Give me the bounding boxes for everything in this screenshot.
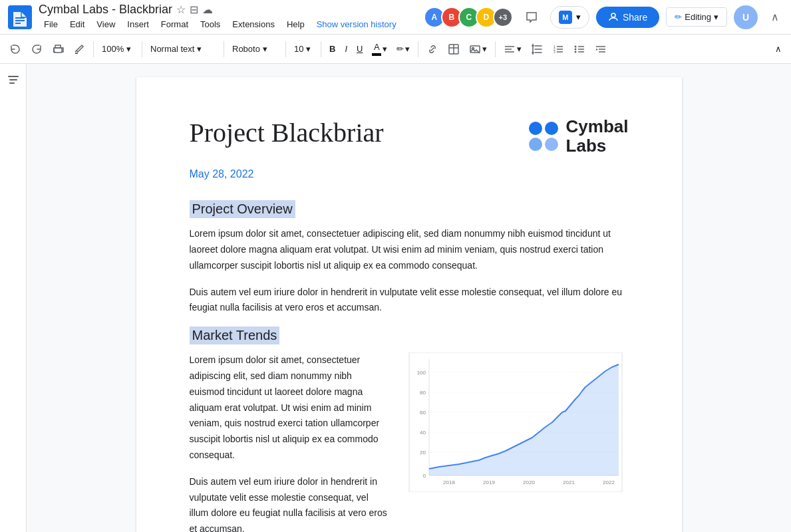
ordered-list-button[interactable]: 123 bbox=[548, 41, 568, 58]
outline-icon[interactable] bbox=[4, 70, 23, 89]
menu-format[interactable]: Format bbox=[156, 17, 194, 32]
highlight-chevron-icon: ▾ bbox=[405, 44, 410, 54]
doc-title[interactable]: Cymbal Labs - Blackbriar bbox=[39, 3, 172, 17]
indent-button[interactable] bbox=[591, 41, 611, 58]
menu-edit[interactable]: Edit bbox=[65, 17, 90, 32]
highlight-button[interactable]: ✏ ▾ bbox=[393, 41, 414, 57]
overview-paragraph-2[interactable]: Duis autem vel eum iriure dolor in hendr… bbox=[190, 285, 629, 317]
zoom-select[interactable]: 100% ▾ bbox=[98, 41, 138, 57]
font-select[interactable]: Roboto ▾ bbox=[228, 41, 281, 57]
svg-text:2018: 2018 bbox=[443, 479, 455, 485]
ordered-list-icon: 123 bbox=[552, 43, 564, 55]
italic-button[interactable]: I bbox=[341, 41, 351, 57]
document-date[interactable]: May 28, 2022 bbox=[190, 168, 629, 180]
star-icon[interactable]: ☆ bbox=[176, 3, 186, 16]
cloud-icon[interactable]: ☁ bbox=[202, 3, 213, 16]
svg-rect-29 bbox=[8, 76, 19, 77]
toolbar-collapse-button[interactable]: ∧ bbox=[771, 41, 786, 57]
insert-table-button[interactable] bbox=[444, 41, 464, 58]
version-history-link[interactable]: Show version history bbox=[317, 19, 396, 29]
svg-rect-5 bbox=[75, 53, 78, 54]
font-size-select[interactable]: 10 ▾ bbox=[290, 41, 317, 57]
avatar-overflow[interactable]: +3 bbox=[493, 7, 513, 27]
user-profile-avatar[interactable]: U bbox=[734, 5, 758, 29]
app-icon[interactable] bbox=[8, 5, 32, 29]
svg-text:100: 100 bbox=[416, 370, 426, 376]
divider-4 bbox=[285, 41, 286, 57]
bold-button[interactable]: B bbox=[325, 41, 339, 57]
svg-rect-31 bbox=[9, 82, 15, 84]
menu-insert[interactable]: Insert bbox=[122, 17, 154, 32]
text-color-button[interactable]: A ▾ bbox=[368, 39, 391, 59]
toolbar-style-group: Normal text ▾ bbox=[146, 41, 220, 57]
svg-point-25 bbox=[575, 51, 577, 53]
align-button[interactable]: ▾ bbox=[500, 41, 526, 58]
editing-mode-button[interactable]: ✏ Editing ▾ bbox=[666, 7, 727, 27]
overview-heading[interactable]: Project Overview bbox=[190, 200, 295, 218]
toolbar: 100% ▾ Normal text ▾ Roboto ▾ 10 ▾ B I bbox=[0, 35, 791, 64]
market-heading[interactable]: Market Trends bbox=[190, 327, 280, 344]
paragraph-style-value: Normal text bbox=[150, 44, 194, 54]
doc-title-area: Cymbal Labs - Blackbriar ☆ ⊟ ☁ File Edit… bbox=[39, 3, 424, 32]
divider-6 bbox=[418, 41, 418, 57]
image-icon bbox=[469, 43, 481, 55]
document-title[interactable]: Project Blackbriar bbox=[190, 117, 384, 149]
paragraph-style-select[interactable]: Normal text ▾ bbox=[146, 41, 220, 57]
link-button[interactable] bbox=[422, 41, 442, 58]
menu-file[interactable]: File bbox=[39, 17, 63, 32]
menu-extensions[interactable]: Extensions bbox=[227, 17, 280, 32]
insert-image-button[interactable]: ▾ bbox=[465, 41, 491, 58]
svg-text:60: 60 bbox=[420, 410, 426, 416]
undo-button[interactable] bbox=[5, 41, 25, 58]
cymbal-name-text: CymbalLabs bbox=[566, 117, 629, 155]
trend-chart-svg: 0 20 40 60 80 100 2018 2019 2020 2021 20… bbox=[402, 352, 629, 492]
overview-paragraph-1[interactable]: Lorem ipsum dolor sit amet, consectetuer… bbox=[190, 226, 629, 273]
toolbar-font-group: Roboto ▾ bbox=[228, 41, 281, 57]
menu-help[interactable]: Help bbox=[281, 17, 310, 32]
divider-2 bbox=[142, 41, 142, 57]
print-button[interactable] bbox=[48, 41, 68, 58]
market-paragraph-2[interactable]: Duis autem vel eum iriure dolor in hendr… bbox=[190, 474, 389, 532]
sidebar-left bbox=[0, 64, 27, 532]
logo-dot-2 bbox=[545, 122, 558, 135]
bold-icon: B bbox=[329, 44, 335, 54]
unordered-list-button[interactable] bbox=[569, 41, 589, 58]
link-icon bbox=[426, 43, 438, 55]
text-color-swatch bbox=[372, 53, 381, 56]
font-chevron-icon: ▾ bbox=[263, 44, 267, 54]
zoom-value: 100% bbox=[102, 44, 124, 54]
divider-7 bbox=[495, 41, 496, 57]
menu-bar: File Edit View Insert Format Tools Exten… bbox=[39, 17, 424, 32]
table-icon bbox=[448, 43, 460, 55]
market-chart: 0 20 40 60 80 100 2018 2019 2020 2021 20… bbox=[402, 352, 629, 495]
svg-text:0: 0 bbox=[422, 473, 426, 479]
menu-view[interactable]: View bbox=[91, 17, 120, 32]
logo-dot-4 bbox=[545, 138, 558, 151]
line-spacing-button[interactable] bbox=[527, 41, 547, 58]
svg-point-24 bbox=[575, 48, 577, 50]
collapse-toolbar-button[interactable]: ∧ bbox=[767, 8, 783, 26]
font-value: Roboto bbox=[232, 44, 260, 54]
comment-button[interactable] bbox=[520, 5, 544, 29]
market-paragraph-1[interactable]: Lorem ipsum dolor sit amet, consectetuer… bbox=[190, 352, 389, 464]
market-text-column: Lorem ipsum dolor sit amet, consectetuer… bbox=[190, 352, 389, 532]
document-area[interactable]: Project Blackbriar Cymbal bbox=[27, 64, 791, 532]
chevron-down-icon: ▾ bbox=[714, 12, 718, 22]
svg-rect-3 bbox=[15, 23, 21, 24]
menu-tools[interactable]: Tools bbox=[195, 17, 226, 32]
divider-5 bbox=[321, 41, 321, 57]
folder-icon[interactable]: ⊟ bbox=[190, 3, 198, 16]
cymbal-dots-graphic bbox=[529, 122, 558, 151]
share-button[interactable]: Share bbox=[596, 7, 659, 28]
indent-icon bbox=[595, 43, 607, 55]
svg-rect-1 bbox=[15, 17, 25, 19]
svg-text:2021: 2021 bbox=[563, 479, 575, 485]
meet-button[interactable]: M ▾ bbox=[550, 6, 589, 29]
redo-button[interactable] bbox=[27, 41, 47, 58]
svg-rect-2 bbox=[15, 20, 25, 21]
size-chevron-icon: ▾ bbox=[306, 44, 311, 54]
toolbar-align-group: ▾ 123 bbox=[500, 41, 611, 58]
pencil-icon: ✏ bbox=[675, 12, 682, 22]
paint-format-button[interactable] bbox=[69, 41, 89, 58]
underline-button[interactable]: U bbox=[353, 41, 367, 57]
